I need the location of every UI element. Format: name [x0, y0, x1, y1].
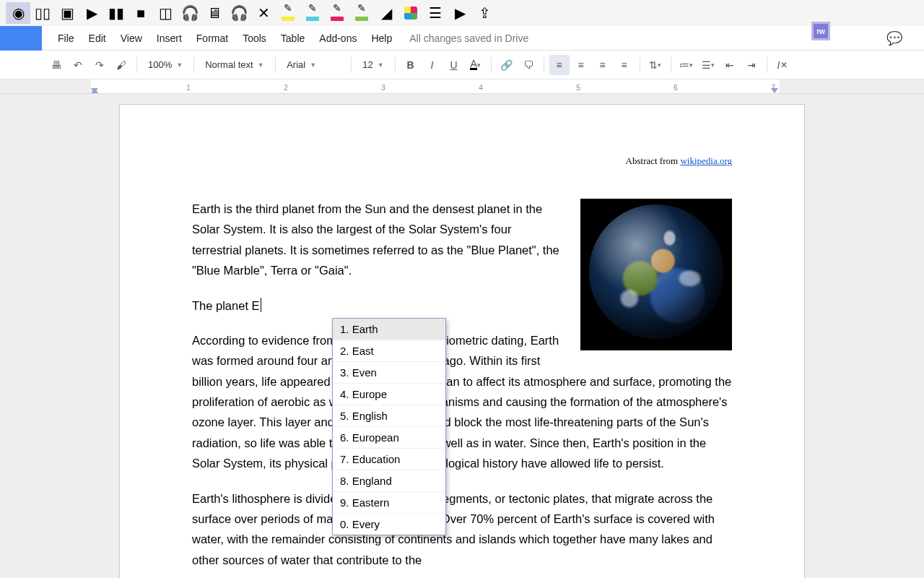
- paint-format-icon[interactable]: 🖌: [111, 55, 131, 75]
- prediction-option[interactable]: 5. English: [333, 405, 445, 427]
- ruler-mark: 6: [674, 84, 678, 92]
- insert-link-icon[interactable]: 🔗: [497, 55, 517, 75]
- image-icon[interactable]: ▣: [55, 2, 79, 24]
- readwrite-extension-icon[interactable]: rw: [811, 22, 830, 40]
- highlight-cyan-icon[interactable]: ✎: [300, 2, 325, 24]
- document-page[interactable]: Abstract from wikipedia.org Earth is the…: [119, 104, 805, 578]
- paragraph-style-select[interactable]: Normal text▼: [199, 55, 270, 75]
- profile-icon[interactable]: ◉: [6, 2, 30, 24]
- increase-indent-icon[interactable]: ⇥: [741, 55, 762, 75]
- shuffle-icon[interactable]: ✕: [251, 2, 276, 24]
- ruler-mark: 4: [479, 84, 483, 92]
- align-center-icon[interactable]: ≡: [571, 55, 591, 75]
- menu-format[interactable]: Format: [189, 26, 235, 51]
- insert-comment-icon[interactable]: 🗨: [518, 55, 539, 75]
- text-color-icon[interactable]: A ▾: [466, 55, 486, 75]
- headset-icon[interactable]: 🎧: [178, 2, 202, 24]
- list-icon[interactable]: ☰: [423, 2, 448, 24]
- stop-icon[interactable]: ■: [128, 2, 153, 24]
- prediction-option[interactable]: 6. European: [333, 427, 445, 449]
- prediction-option[interactable]: 4. Europe: [333, 384, 445, 405]
- redo-icon[interactable]: ↷: [90, 55, 110, 75]
- paragraph-4[interactable]: Earth's lithosphere is divided into seve…: [192, 488, 732, 571]
- headphones-icon[interactable]: 🎧: [227, 2, 251, 24]
- clear-formatting-icon[interactable]: I✕: [772, 55, 793, 75]
- prediction-option[interactable]: 8. England: [333, 470, 445, 492]
- menu-insert[interactable]: Insert: [149, 26, 189, 51]
- numbered-list-icon[interactable]: ≔ ▾: [676, 55, 697, 75]
- prediction-option[interactable]: 2. East: [333, 340, 445, 362]
- font-select[interactable]: Arial▼: [281, 55, 346, 75]
- wikipedia-link[interactable]: wikipedia.org: [680, 155, 732, 166]
- menu-table[interactable]: Table: [274, 26, 312, 51]
- export-icon[interactable]: ⇪: [472, 2, 497, 24]
- eraser-icon[interactable]: ◢: [374, 2, 398, 24]
- prediction-option[interactable]: 1. Earth: [333, 319, 445, 340]
- bulleted-list-icon[interactable]: ☰ ▾: [698, 55, 718, 75]
- zoom-select[interactable]: 100%▼: [142, 55, 188, 75]
- align-left-icon[interactable]: ≡: [549, 55, 570, 75]
- highlight-green-icon[interactable]: ✎: [349, 2, 374, 24]
- print-icon[interactable]: 🖶: [46, 55, 66, 75]
- decrease-indent-icon[interactable]: ⇤: [720, 55, 740, 75]
- menu-bar: FileEditViewInsertFormatToolsTableAdd-on…: [0, 26, 924, 51]
- addon-toolbar: ◉▯▯▣▶▮▮■◫🎧🖥🎧✕✎✎✎✎◢☰▶⇪: [0, 0, 924, 26]
- horizontal-ruler[interactable]: 1234567: [0, 79, 924, 94]
- play-icon[interactable]: ▶: [79, 2, 104, 24]
- menu-add-ons[interactable]: Add-ons: [312, 26, 364, 51]
- italic-icon[interactable]: I: [422, 55, 443, 75]
- comments-icon[interactable]: 💬: [886, 30, 902, 46]
- font-size-select[interactable]: 12▼: [357, 55, 389, 75]
- prediction-option[interactable]: 9. Eastern: [333, 492, 445, 514]
- menu-help[interactable]: Help: [364, 26, 399, 51]
- ruler-mark: 1: [186, 84, 191, 92]
- save-status: All changes saved in Drive: [399, 26, 539, 51]
- highlight-magenta-icon[interactable]: ✎: [325, 2, 349, 24]
- format-toolbar: 🖶 ↶ ↷ 🖌 100%▼ Normal text▼ Arial▼ 12▼ B …: [0, 51, 924, 79]
- menu-view[interactable]: View: [113, 26, 149, 51]
- select-icon[interactable]: ◫: [153, 2, 178, 24]
- slideshow-icon[interactable]: ▶: [448, 2, 472, 24]
- word-prediction-menu: 1. Earth2. East3. Even4. Europe5. Englis…: [332, 318, 446, 535]
- pause-icon[interactable]: ▮▮: [104, 2, 128, 24]
- line-spacing-icon[interactable]: ⇅ ▾: [645, 55, 666, 75]
- menu-file[interactable]: File: [51, 26, 82, 51]
- menu-edit[interactable]: Edit: [82, 26, 113, 51]
- undo-icon[interactable]: ↶: [68, 55, 88, 75]
- ruler-mark: 7: [771, 84, 775, 92]
- ruler-mark: 3: [381, 84, 385, 92]
- ruler-mark: 5: [576, 84, 580, 92]
- align-right-icon[interactable]: ≡: [593, 55, 613, 75]
- text-cursor: [261, 298, 262, 312]
- monitor-icon[interactable]: 🖥: [202, 2, 227, 24]
- docs-home-tab[interactable]: [0, 26, 42, 51]
- prediction-option[interactable]: 0. Every: [333, 514, 445, 535]
- underline-icon[interactable]: U: [444, 55, 464, 75]
- bold-icon[interactable]: B: [401, 55, 421, 75]
- color-picker-icon[interactable]: [398, 2, 423, 24]
- book-icon[interactable]: ▯▯: [30, 2, 55, 24]
- document-canvas[interactable]: Abstract from wikipedia.org Earth is the…: [0, 94, 924, 578]
- menu-tools[interactable]: Tools: [235, 26, 274, 51]
- prediction-option[interactable]: 3. Even: [333, 362, 445, 384]
- abstract-line: Abstract from wikipedia.org: [192, 155, 732, 167]
- prediction-option[interactable]: 7. Education: [333, 449, 445, 470]
- paragraph-3[interactable]: According to evidence from sources such …: [192, 330, 732, 474]
- align-justify-icon[interactable]: ≡: [614, 55, 635, 75]
- ruler-mark: 2: [284, 84, 288, 92]
- earth-image[interactable]: [580, 199, 732, 350]
- highlight-yellow-icon[interactable]: ✎: [276, 2, 300, 24]
